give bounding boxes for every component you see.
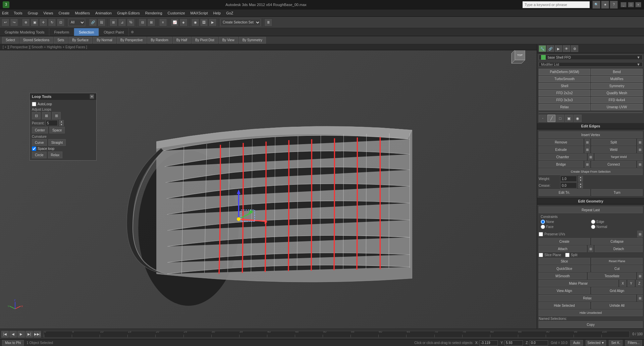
modifier-ffd3x3x3[interactable]: FFD 3x3x3 [539,97,590,103]
menu-goz[interactable]: GoZ [226,11,233,15]
prev-key-button[interactable]: ◀ [9,331,17,338]
x-planar-button[interactable]: X [620,280,627,287]
undo-button[interactable]: ↩ [1,18,9,26]
attach-button[interactable]: Attach [539,245,587,252]
relax-settings[interactable]: ⊞ [637,295,643,301]
extrude-settings[interactable]: ⊞ [585,146,590,153]
select-region-button[interactable]: ▣ [31,18,39,26]
menu-views[interactable]: Views [43,11,53,15]
z-input[interactable] [530,340,548,346]
search-icon[interactable]: 🔍 [592,1,600,9]
sub-by-random[interactable]: By Random [147,37,172,44]
weight-input[interactable] [560,176,577,182]
straight-button[interactable]: Straight [48,139,66,146]
auto-key-button[interactable]: Auto [570,340,583,346]
menu-tools[interactable]: Tools [14,11,22,15]
tab-object-paint[interactable]: Object Paint [99,28,129,36]
split-settings[interactable]: ⊞ [637,139,643,146]
modifier-bend[interactable]: Bend [591,69,643,75]
quick-slice-button[interactable]: QuickSlice [539,265,590,272]
bookmark-icon[interactable]: ★ [601,1,609,9]
connect-button[interactable]: Connect [591,161,636,168]
polygon-sel-icon[interactable]: ▣ [565,115,573,122]
detach-button[interactable]: Detach [595,245,643,252]
object-color-swatch[interactable] [541,55,546,60]
y-input[interactable] [504,340,523,346]
loop-tools-close[interactable]: × [90,94,94,99]
timeline-track[interactable]: 0 5 10 15 20 25 30 35 40 45 50 55 60 65 … [44,331,630,338]
create-shape-button[interactable]: Create Shape From Selection [539,168,643,175]
tessellate-settings[interactable]: ⊞ [637,273,643,279]
modifier-stack[interactable]: Editable Poly [539,112,643,113]
grid-align-button[interactable]: Grid Align [591,287,643,294]
center-button[interactable]: Center [32,127,48,133]
mirror-button[interactable]: ⊟ [139,18,147,26]
extrude-button[interactable]: Extrude [539,146,583,153]
curve-button[interactable]: Curve [32,139,47,146]
constraint-none[interactable]: None [541,220,590,224]
minimize-button[interactable]: _ [621,2,627,7]
constraint-edge[interactable]: Edge [591,220,641,224]
collapse-button[interactable]: Collapse [591,238,643,245]
modifier-list-dropdown[interactable]: Modifier List ▼ [539,62,643,67]
auto-loop-checkbox[interactable]: AutoLoop [32,102,52,106]
snap-toggle[interactable]: ⊞ [109,18,117,26]
navigation-cube[interactable]: TOP [510,48,530,68]
tab-graphite[interactable]: Graphite Modeling Tools [0,28,49,36]
prev-frame-button[interactable]: |◀ [1,331,9,338]
hide-unselected-button[interactable]: Hide Unselected [539,309,643,316]
circle-button[interactable]: Circle [32,152,47,158]
sub-stored-selections[interactable]: Stored Selections [19,37,53,44]
last-frame-button[interactable]: ▶▶| [34,331,41,338]
unlink-button[interactable]: ⛓ [98,18,106,26]
sub-by-surface[interactable]: By Surface [68,37,92,44]
reset-plane-button[interactable]: Reset Plane [591,258,643,265]
filter-select[interactable]: All [68,19,85,26]
menu-modifiers[interactable]: Modifiers [75,11,90,15]
layer-manager[interactable]: ≡ [159,18,167,26]
named-sel-sets[interactable]: ≣ [264,18,272,26]
crease-spinner[interactable]: ▲ ▼ [578,182,583,188]
msmooth-button[interactable]: MSmooth [539,273,587,279]
modifier-relax[interactable]: Relax [539,104,590,110]
split-button[interactable]: Split [591,139,636,146]
menu-animation[interactable]: Animation [95,11,112,15]
tab-freeform[interactable]: Freeform [49,28,74,36]
z-planar-button[interactable]: Z [636,280,643,287]
create-selection-set[interactable]: Create Selection Set [220,19,261,26]
menu-edit[interactable]: Edit [2,11,8,15]
selected-status-dropdown[interactable]: Selected ▼ [586,340,606,346]
relax-loop-button[interactable]: Relax [48,152,63,158]
create-geom-button[interactable]: Create [539,238,590,245]
percent-spinner[interactable]: ▲ ▼ [59,120,64,126]
edge-sel-icon[interactable]: ╱ [547,115,555,122]
split-slice-check[interactable]: Split [565,253,577,257]
chamfer-button[interactable]: Chamfer [539,154,587,160]
angle-snap[interactable]: ⊿ [118,18,126,26]
utilities-icon[interactable]: ⚙ [571,45,578,52]
constraint-face[interactable]: Face [541,225,590,229]
sub-by-half[interactable]: By Half [173,37,191,44]
curve-editor[interactable]: 📈 [171,18,179,26]
sub-by-pivot-dist[interactable]: By Pivot Dist [192,37,218,44]
target-weld-button[interactable]: Target Weld [595,154,643,160]
preserve-uvs-check[interactable]: Preserve UVs [539,232,565,236]
move-button[interactable]: ✛ [39,18,47,26]
element-sel-icon[interactable]: ◉ [574,115,582,122]
viewport[interactable]: [ + ][ Perspective ][ Smooth + Highlight… [0,44,537,329]
close-button[interactable]: × [635,2,641,7]
set-k-button[interactable]: Set K. [609,340,623,346]
remove-button[interactable]: Remove [539,139,583,146]
cut-button[interactable]: Cut [591,265,643,272]
weld-button[interactable]: Weld [591,146,636,153]
menu-graph-editors[interactable]: Graph Editors [117,11,140,15]
filters-button[interactable]: Filters... [625,340,642,346]
hierarchy-icon[interactable]: 🔗 [547,45,554,52]
link-button[interactable]: 🔗 [89,18,97,26]
sub-by-view[interactable]: By View [219,37,238,44]
make-planar-button[interactable]: Make Planar [539,280,618,287]
border-sel-icon[interactable]: □ [556,115,564,122]
scale-button[interactable]: ⊡ [57,18,65,26]
viewport-info-bar[interactable]: [ + ][ Perspective ][ Smooth + Highlight… [0,44,537,50]
preserve-uvs-settings[interactable]: ⊞ [637,231,643,237]
